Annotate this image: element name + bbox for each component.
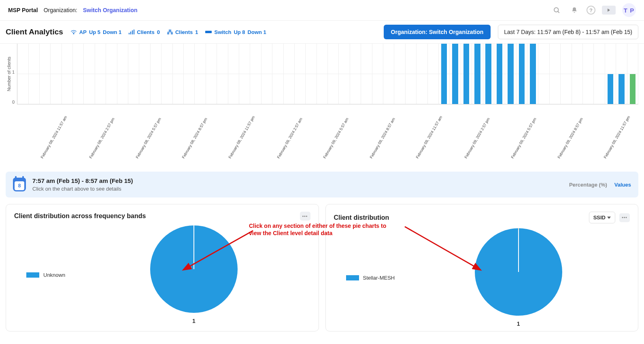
bar-slot[interactable] [206,44,217,104]
bar-slot[interactable] [40,44,51,104]
bar-slot[interactable] [450,44,461,104]
ap-stats[interactable]: AP Up 5 Down 1 [70,29,121,35]
bar-slot[interactable] [284,44,295,104]
bar-slot[interactable] [428,44,439,104]
help-icon[interactable]: ? [587,6,595,15]
bar-slot[interactable] [29,44,40,104]
bar-slot[interactable] [184,44,195,104]
bar-slot[interactable] [616,44,627,104]
bar-slot[interactable] [583,44,594,104]
bar-slot[interactable] [317,44,328,104]
bar[interactable] [608,74,614,104]
bar-slot[interactable] [106,44,117,104]
bar-slot[interactable] [561,44,572,104]
org-context-button[interactable]: Organization: Switch Organization [384,25,491,39]
bar[interactable] [497,44,503,104]
bar-slot[interactable] [261,44,272,104]
wireless-clients-label: Clients [137,29,154,35]
bar-slot[interactable] [605,44,616,104]
bar-slot[interactable] [139,44,150,104]
ap-down: Down 1 [103,29,121,35]
bar-slot[interactable] [550,44,561,104]
toggle-values[interactable]: Values [614,182,631,188]
card-menu-icon[interactable]: ••• [300,212,310,221]
wired-clients-stats[interactable]: Clients 1 [167,29,198,35]
svg-line-1 [558,11,559,13]
bar-slot[interactable] [594,44,605,104]
bar-slot[interactable] [461,44,472,104]
bar-slot[interactable] [472,44,483,104]
bar-slot[interactable] [84,44,95,104]
switch-stats[interactable]: Switch Up 8 Down 1 [205,29,266,35]
bar-slot[interactable] [239,44,250,104]
bar-slot[interactable] [383,44,394,104]
legend-item[interactable]: Unknown [14,272,65,278]
bar-slot[interactable] [538,44,549,104]
bar-slot[interactable] [406,44,417,104]
search-icon[interactable] [551,4,562,16]
toggle-percentage[interactable]: Percentage (%) [569,182,607,188]
bar-slot[interactable] [439,44,450,104]
bar-slot[interactable] [516,44,527,104]
bar-slot[interactable] [272,44,283,104]
bar-slot[interactable] [372,44,383,104]
switch-down: Down 1 [248,29,266,35]
bar-slot[interactable] [361,44,372,104]
x-tick-label: February 08, 2024 8:57 pm [181,117,208,159]
bar-slot[interactable] [350,44,361,104]
bar-slot[interactable] [95,44,106,104]
bar-slot[interactable] [151,44,162,104]
bar[interactable] [519,44,525,104]
bar-slot[interactable] [162,44,172,104]
bar-slot[interactable] [483,44,494,104]
ssid-dropdown[interactable]: SSID [589,212,615,223]
wifi-icon [70,30,77,34]
bar[interactable] [618,74,625,104]
wireless-clients-value: 0 [157,29,160,35]
detail-banner: 8 7:57 am (Feb 15) - 8:57 am (Feb 15) Cl… [6,172,638,197]
bar-slot[interactable] [128,44,139,104]
bars-region[interactable] [17,44,638,104]
date-range-selector[interactable]: Last 7 Days: 11:57 am (Feb 8) - 11:57 am… [498,25,638,39]
bar[interactable] [485,44,491,104]
bar[interactable] [630,74,636,104]
bar-slot[interactable] [505,44,516,104]
card-menu-icon[interactable]: ••• [619,213,630,222]
bar[interactable] [474,44,480,104]
play-icon[interactable] [602,6,616,15]
pie-chart-frequency[interactable] [150,225,238,313]
bar-slot[interactable] [417,44,427,104]
legend-item[interactable]: Stellar-MESH [334,275,395,281]
bar-slot[interactable] [17,44,28,104]
bar-slot[interactable] [394,44,405,104]
bar-slot[interactable] [228,44,239,104]
bar-slot[interactable] [217,44,228,104]
bar-slot[interactable] [339,44,350,104]
bar[interactable] [452,44,458,104]
bar[interactable] [441,44,447,104]
user-avatar[interactable]: T P [622,3,636,17]
bell-icon[interactable] [569,4,580,16]
bar-slot[interactable] [173,44,184,104]
bar[interactable] [530,44,536,104]
svg-rect-6 [134,30,134,34]
bar-slot[interactable] [73,44,84,104]
bar-slot[interactable] [627,44,638,104]
bar-slot[interactable] [117,44,128,104]
bar-slot[interactable] [527,44,538,104]
bar-slot[interactable] [328,44,339,104]
bar-slot[interactable] [306,44,317,104]
pie-chart-distribution[interactable] [475,228,562,316]
bar-slot[interactable] [51,44,62,104]
wireless-clients-stats[interactable]: Clients 0 [129,29,160,35]
bar-slot[interactable] [195,44,206,104]
bar-slot[interactable] [62,44,73,104]
bar-slot[interactable] [250,44,261,104]
bar-slot[interactable] [494,44,505,104]
bar-slot[interactable] [295,44,306,104]
bar[interactable] [463,44,470,104]
switch-org-link[interactable]: Switch Organization [83,7,138,13]
bar-slot[interactable] [572,44,583,104]
y-tick: 1 [12,70,15,74]
bar[interactable] [508,44,514,104]
